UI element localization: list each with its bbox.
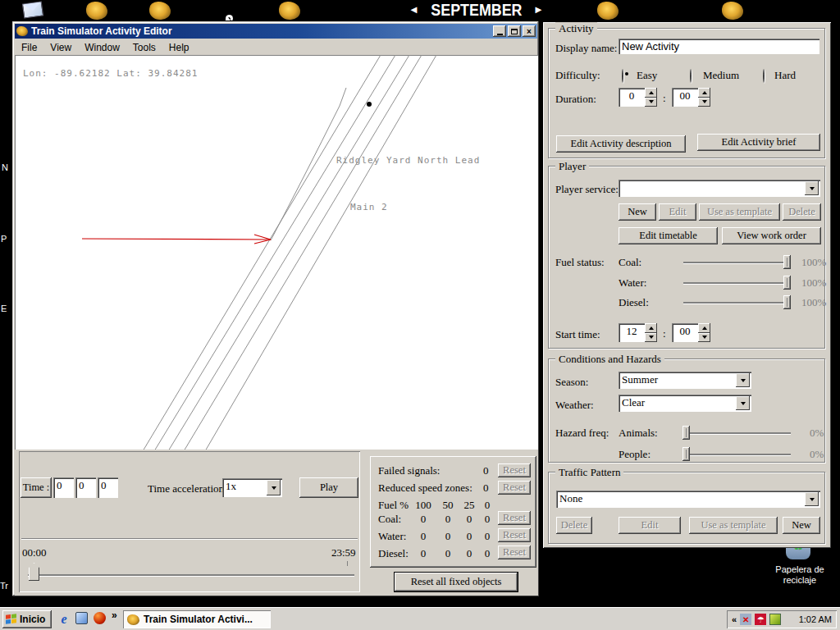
windows-logo-icon	[6, 614, 16, 624]
edit-timetable-button[interactable]: Edit timetable	[619, 227, 718, 244]
people-slider-track[interactable]	[682, 454, 791, 455]
reset-diesel-button[interactable]: Reset	[498, 546, 531, 559]
display-name-input[interactable]	[619, 39, 819, 54]
player-delete-button[interactable]: Delete	[783, 203, 821, 221]
combo-dropdown-button[interactable]	[267, 480, 281, 495]
weather-combo[interactable]: Clear	[619, 395, 751, 412]
reset-failed-signals-button[interactable]: Reset	[498, 463, 531, 477]
spin-up-button[interactable]	[698, 88, 710, 98]
time-hours-field[interactable]: 0	[53, 477, 74, 498]
player-service-combo[interactable]	[619, 180, 820, 197]
viewer-icon[interactable]	[769, 614, 781, 625]
coal-slider-thumb[interactable]	[783, 255, 791, 269]
maximize-button[interactable]	[508, 25, 521, 37]
track-label: Main 2	[350, 202, 388, 212]
start-button[interactable]: Inicio	[2, 610, 52, 628]
reset-all-fixed-objects-button[interactable]: Reset all fixed objects	[395, 573, 518, 591]
train-sim-desktop-icon[interactable]	[149, 2, 171, 20]
difficulty-hard-radio[interactable]	[763, 69, 765, 83]
duration-minutes-spinner[interactable]: 00	[672, 88, 710, 107]
menu-bar: File View Window Tools Help	[15, 39, 537, 55]
season-value: Summer	[619, 372, 734, 389]
combo-dropdown-button[interactable]	[805, 181, 819, 195]
spin-down-button[interactable]	[698, 333, 710, 343]
tray-chevron[interactable]: «	[732, 614, 737, 624]
route-map-viewport[interactable]: Lon: -89.62182 Lat: 39.84281 Ridgley Yar…	[15, 55, 538, 450]
water-percent-value: 100%	[801, 276, 826, 290]
player-edit-button[interactable]: Edit	[659, 203, 696, 221]
combo-dropdown-button[interactable]	[736, 373, 750, 387]
menu-window[interactable]: Window	[78, 40, 126, 55]
menu-view[interactable]: View	[43, 40, 78, 55]
train-sim-desktop-icon[interactable]	[86, 2, 107, 20]
time-acceleration-combo[interactable]: 1x	[222, 478, 282, 497]
train-sim-desktop-icon[interactable]	[279, 2, 300, 20]
difficulty-easy-radio[interactable]	[622, 69, 623, 83]
calendar-month-label: SEPTEMBER	[431, 2, 522, 21]
reset-coal-button[interactable]: Reset	[498, 511, 531, 525]
menu-file[interactable]: File	[15, 40, 43, 55]
coal-slider-track[interactable]	[683, 262, 790, 263]
edit-activity-brief-button[interactable]: Edit Activity brief	[697, 134, 820, 151]
tray-clock[interactable]: 1:02 AM	[799, 614, 832, 624]
water-slider-track[interactable]	[683, 282, 790, 284]
diesel-slider-thumb[interactable]	[783, 295, 791, 309]
animals-slider-track[interactable]	[682, 432, 791, 434]
menu-help[interactable]: Help	[162, 40, 196, 55]
mail-quicklaunch-icon[interactable]	[75, 612, 88, 624]
start-minutes-spinner[interactable]: 00	[672, 323, 710, 342]
duration-hours-spinner[interactable]: 0	[619, 88, 657, 107]
spin-up-button[interactable]	[645, 88, 657, 98]
time-label-box: Time :	[21, 477, 52, 498]
player-new-button[interactable]: New	[619, 203, 656, 221]
view-work-order-button[interactable]: View work order	[722, 227, 821, 244]
water-slider-thumb[interactable]	[783, 276, 791, 290]
coal-val: 0	[461, 513, 477, 526]
time-minutes-field[interactable]: 0	[75, 477, 96, 498]
train-sim-desktop-icon[interactable]	[597, 2, 619, 20]
spin-up-button[interactable]	[645, 323, 657, 333]
close-button[interactable]: ×	[523, 25, 536, 37]
traffic-new-button[interactable]: New	[783, 517, 820, 534]
season-combo[interactable]: Summer	[619, 372, 751, 389]
chevron-up-icon	[702, 326, 707, 330]
spin-down-button[interactable]	[698, 98, 710, 107]
reset-reduced-zones-button[interactable]: Reset	[498, 481, 531, 495]
menu-tools[interactable]: Tools	[126, 40, 162, 55]
traffic-use-as-template-button[interactable]: Use as template	[689, 517, 778, 534]
traffic-delete-button[interactable]: Delete	[556, 517, 592, 534]
time-seconds-field[interactable]: 0	[98, 477, 118, 498]
reset-water-button[interactable]: Reset	[498, 528, 531, 542]
quicklaunch-overflow-chevron[interactable]: »	[112, 609, 117, 621]
traffic-pattern-combo[interactable]: None	[556, 491, 820, 508]
network-error-icon[interactable]: ✕	[740, 614, 751, 625]
task-button-train-simulator[interactable]: Train Simulator Activi...	[123, 610, 271, 628]
timeline-start-label: 00:00	[22, 546, 47, 559]
diesel-slider-track[interactable]	[683, 302, 790, 304]
spin-down-button[interactable]	[645, 333, 657, 343]
play-button[interactable]: Play	[299, 477, 358, 498]
start-hours-spinner[interactable]: 12	[619, 323, 657, 342]
minimize-button[interactable]	[493, 25, 506, 37]
traffic-edit-button[interactable]: Edit	[619, 517, 681, 534]
people-slider-thumb[interactable]	[682, 447, 690, 461]
train-sim-icon	[127, 614, 139, 625]
title-bar[interactable]: Train Simulator Activity Editor ×	[15, 24, 537, 39]
ball-quicklaunch-icon[interactable]	[94, 612, 106, 624]
train-sim-desktop-icon[interactable]	[722, 2, 743, 20]
mail-desktop-icon[interactable]	[22, 1, 43, 18]
combo-dropdown-button[interactable]	[805, 492, 819, 506]
calendar-prev-icon[interactable]: ◄	[409, 3, 419, 16]
edit-activity-description-button[interactable]: Edit Activity description	[556, 135, 686, 153]
spin-down-button[interactable]	[645, 98, 657, 107]
calendar-next-icon[interactable]: ►	[533, 3, 544, 16]
spin-up-button[interactable]	[698, 323, 710, 333]
water-val: 0	[461, 530, 477, 543]
animals-slider-thumb[interactable]	[682, 426, 690, 440]
timeline-slider-track[interactable]	[28, 574, 354, 576]
player-use-as-template-button[interactable]: Use as template	[699, 203, 780, 221]
ie-quicklaunch-icon[interactable]: e	[57, 612, 71, 625]
combo-dropdown-button[interactable]	[736, 396, 750, 410]
difficulty-medium-radio[interactable]	[690, 69, 692, 83]
avira-icon[interactable]: ☂	[755, 614, 766, 625]
